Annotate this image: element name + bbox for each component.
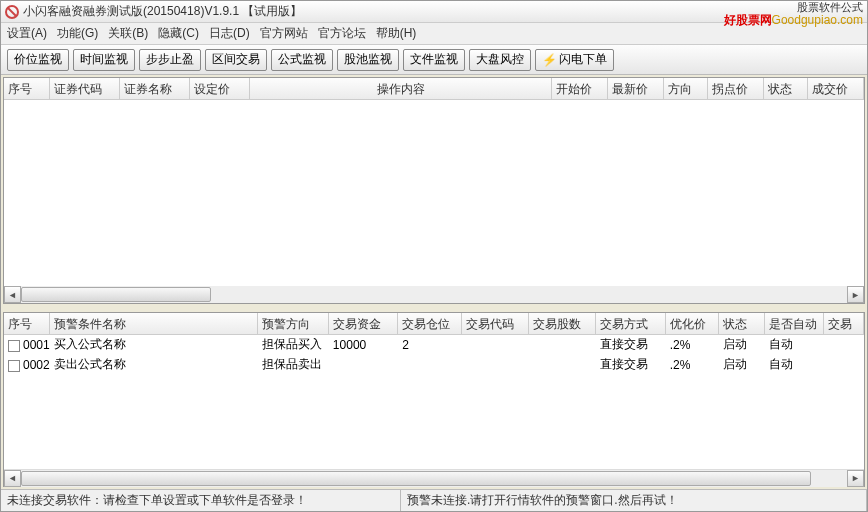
row-checkbox[interactable]: [8, 360, 20, 372]
cell-mode: 直接交易: [596, 335, 665, 354]
panes: 序号 证券代码 证券名称 设定价 操作内容 开始价 最新价 方向 拐点价 状态 …: [1, 75, 867, 489]
col-fund[interactable]: 交易资金: [329, 313, 398, 334]
col-qty[interactable]: 交易股数: [529, 313, 596, 334]
bottom-scrollbar[interactable]: ◄ ►: [4, 469, 864, 486]
col-code[interactable]: 证券代码: [50, 78, 120, 99]
scroll-right-icon[interactable]: ►: [847, 286, 864, 303]
col-dealprice[interactable]: 成交价: [808, 78, 864, 99]
col-operation[interactable]: 操作内容: [250, 78, 552, 99]
scroll-track[interactable]: [21, 286, 847, 303]
toolbar: 价位监视 时间监视 步步止盈 区间交易 公式监视 股池监视 文件监视 大盘风控 …: [1, 45, 867, 75]
top-pane: 序号 证券代码 证券名称 设定价 操作内容 开始价 最新价 方向 拐点价 状态 …: [3, 77, 865, 304]
scroll-track[interactable]: [21, 470, 847, 487]
menu-website[interactable]: 官方网站: [260, 25, 308, 42]
bottom-pane: 序号 预警条件名称 预警方向 交易资金 交易仓位 交易代码 交易股数 交易方式 …: [3, 312, 865, 487]
cell-dir: 担保品买入: [258, 335, 329, 354]
col-mode[interactable]: 交易方式: [596, 313, 665, 334]
col-opt[interactable]: 优化价: [666, 313, 720, 334]
col-startprice[interactable]: 开始价: [552, 78, 608, 99]
col-seq[interactable]: 序号: [4, 78, 50, 99]
cell-opt: .2%: [666, 357, 720, 373]
col-auto[interactable]: 是否自动: [765, 313, 824, 334]
bottom-grid-body[interactable]: 0001买入公式名称担保品买入100002直接交易.2%启动自动0002卖出公式…: [4, 335, 864, 469]
window-title: 小闪客融资融券测试版(20150418)V1.9.1 【试用版】: [23, 3, 302, 20]
scroll-left-icon[interactable]: ◄: [4, 286, 21, 303]
titlebar: 小闪客融资融券测试版(20150418)V1.9.1 【试用版】 股票软件公式 …: [1, 1, 867, 23]
col-seq[interactable]: 序号: [4, 313, 50, 334]
col-trade[interactable]: 交易: [824, 313, 864, 334]
col-setprice[interactable]: 设定价: [190, 78, 250, 99]
btn-time-monitor[interactable]: 时间监视: [73, 49, 135, 71]
btn-price-monitor[interactable]: 价位监视: [7, 49, 69, 71]
cell-fund: 10000: [329, 337, 398, 353]
scroll-thumb[interactable]: [21, 287, 211, 302]
scroll-left-icon[interactable]: ◄: [4, 470, 21, 487]
top-grid-body[interactable]: [4, 100, 864, 286]
btn-file-monitor[interactable]: 文件监视: [403, 49, 465, 71]
cell-qty: [529, 344, 596, 346]
cell-fund: [329, 364, 398, 366]
cell-seq: 0002: [4, 357, 50, 373]
btn-market-risk[interactable]: 大盘风控: [469, 49, 531, 71]
btn-range-trade[interactable]: 区间交易: [205, 49, 267, 71]
menu-log[interactable]: 日志(D): [209, 25, 250, 42]
cell-code: [462, 344, 529, 346]
bottom-grid-header: 序号 预警条件名称 预警方向 交易资金 交易仓位 交易代码 交易股数 交易方式 …: [4, 313, 864, 335]
btn-flash-order[interactable]: 闪电下单: [535, 49, 614, 71]
brand-red: 好股票网: [724, 13, 772, 27]
col-turnprice[interactable]: 拐点价: [708, 78, 764, 99]
brand-subtitle: 股票软件公式: [724, 1, 863, 13]
brand-name: 好股票网Goodgupiao.com: [724, 13, 863, 27]
cell-stat: 启动: [719, 355, 765, 374]
top-grid-header: 序号 证券代码 证券名称 设定价 操作内容 开始价 最新价 方向 拐点价 状态 …: [4, 78, 864, 100]
btn-pool-monitor[interactable]: 股池监视: [337, 49, 399, 71]
brand-url: Goodgupiao.com: [772, 13, 863, 27]
menu-relate[interactable]: 关联(B): [108, 25, 148, 42]
scroll-thumb[interactable]: [21, 471, 811, 486]
splitter[interactable]: [1, 306, 867, 310]
col-stat[interactable]: 状态: [719, 313, 765, 334]
cell-auto: 自动: [765, 335, 824, 354]
menu-settings[interactable]: 设置(A): [7, 25, 47, 42]
brand-block: 股票软件公式 好股票网Goodgupiao.com: [724, 1, 863, 27]
row-checkbox[interactable]: [8, 340, 20, 352]
cell-tr: [824, 344, 864, 346]
cell-auto: 自动: [765, 355, 824, 374]
cell-name: 买入公式名称: [50, 335, 258, 354]
menu-forum[interactable]: 官方论坛: [318, 25, 366, 42]
col-alertname[interactable]: 预警条件名称: [50, 313, 258, 334]
app-icon: [5, 5, 19, 19]
cell-mode: 直接交易: [596, 355, 665, 374]
cell-name: 卖出公式名称: [50, 355, 258, 374]
col-lastprice[interactable]: 最新价: [608, 78, 664, 99]
btn-step-profit[interactable]: 步步止盈: [139, 49, 201, 71]
menu-help[interactable]: 帮助(H): [376, 25, 417, 42]
cell-code: [462, 364, 529, 366]
btn-formula-monitor[interactable]: 公式监视: [271, 49, 333, 71]
col-pos[interactable]: 交易仓位: [398, 313, 461, 334]
scroll-right-icon[interactable]: ►: [847, 470, 864, 487]
cell-qty: [529, 364, 596, 366]
cell-pos: 2: [398, 337, 461, 353]
menu-hide[interactable]: 隐藏(C): [158, 25, 199, 42]
menu-function[interactable]: 功能(G): [57, 25, 98, 42]
col-tcode[interactable]: 交易代码: [462, 313, 529, 334]
status-left: 未连接交易软件：请检查下单设置或下单软件是否登录！: [1, 490, 401, 511]
table-row[interactable]: 0001买入公式名称担保品买入100002直接交易.2%启动自动: [4, 335, 864, 355]
table-row[interactable]: 0002卖出公式名称担保品卖出直接交易.2%启动自动: [4, 355, 864, 375]
col-status[interactable]: 状态: [764, 78, 808, 99]
col-name[interactable]: 证券名称: [120, 78, 190, 99]
cell-pos: [398, 364, 461, 366]
status-right: 预警未连接.请打开行情软件的预警窗口.然后再试！: [401, 490, 867, 511]
cell-opt: .2%: [666, 337, 720, 353]
top-scrollbar[interactable]: ◄ ►: [4, 286, 864, 303]
cell-stat: 启动: [719, 335, 765, 354]
cell-tr: [824, 364, 864, 366]
col-alertdir[interactable]: 预警方向: [258, 313, 329, 334]
cell-dir: 担保品卖出: [258, 355, 329, 374]
col-direction[interactable]: 方向: [664, 78, 708, 99]
cell-seq: 0001: [4, 337, 50, 353]
statusbar: 未连接交易软件：请检查下单设置或下单软件是否登录！ 预警未连接.请打开行情软件的…: [1, 489, 867, 511]
